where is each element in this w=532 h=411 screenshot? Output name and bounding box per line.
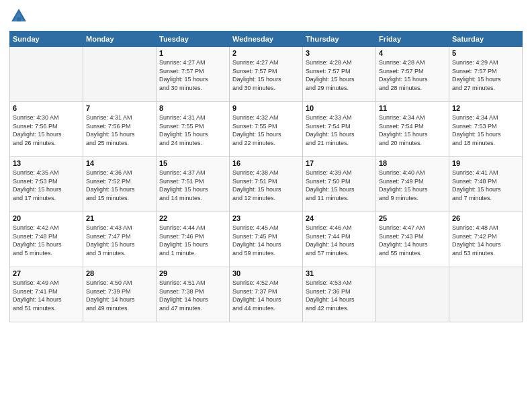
weekday-header-row: SundayMondayTuesdayWednesdayThursdayFrid… [10, 32, 523, 47]
calendar-table: SundayMondayTuesdayWednesdayThursdayFrid… [9, 31, 523, 322]
day-number: 25 [379, 214, 446, 222]
calendar-cell: 15Sunrise: 4:37 AM Sunset: 7:51 PM Dayli… [157, 157, 230, 212]
day-info: Sunrise: 4:38 AM Sunset: 7:51 PM Dayligh… [232, 169, 300, 202]
calendar-cell: 17Sunrise: 4:39 AM Sunset: 7:50 PM Dayli… [303, 157, 376, 212]
day-info: Sunrise: 4:43 AM Sunset: 7:47 PM Dayligh… [86, 224, 153, 257]
logo [9, 7, 31, 26]
calendar-cell: 25Sunrise: 4:47 AM Sunset: 7:43 PM Dayli… [376, 212, 449, 267]
calendar-cell: 2Sunrise: 4:27 AM Sunset: 7:57 PM Daylig… [230, 47, 303, 102]
day-info: Sunrise: 4:34 AM Sunset: 7:54 PM Dayligh… [379, 113, 446, 147]
day-number: 11 [379, 104, 446, 112]
day-number: 7 [86, 104, 153, 112]
day-number: 22 [159, 214, 226, 222]
logo-icon [9, 7, 28, 26]
calendar-cell: 6Sunrise: 4:30 AM Sunset: 7:56 PM Daylig… [10, 102, 83, 157]
day-number: 1 [159, 49, 226, 57]
day-number: 12 [452, 104, 519, 112]
day-info: Sunrise: 4:49 AM Sunset: 7:41 PM Dayligh… [13, 279, 80, 312]
calendar-cell: 11Sunrise: 4:34 AM Sunset: 7:54 PM Dayli… [376, 102, 449, 157]
day-info: Sunrise: 4:32 AM Sunset: 7:55 PM Dayligh… [232, 113, 300, 147]
day-number: 4 [379, 49, 446, 57]
day-info: Sunrise: 4:45 AM Sunset: 7:45 PM Dayligh… [232, 224, 300, 257]
day-number: 18 [379, 159, 446, 167]
calendar-cell [449, 267, 523, 322]
day-info: Sunrise: 4:44 AM Sunset: 7:46 PM Dayligh… [159, 224, 226, 257]
calendar-cell: 29Sunrise: 4:51 AM Sunset: 7:38 PM Dayli… [157, 267, 230, 322]
day-number: 16 [232, 159, 300, 167]
weekday-header-monday: Monday [83, 32, 157, 47]
day-info: Sunrise: 4:40 AM Sunset: 7:49 PM Dayligh… [379, 169, 446, 202]
calendar-cell: 21Sunrise: 4:43 AM Sunset: 7:47 PM Dayli… [83, 212, 157, 267]
calendar-cell [83, 47, 157, 102]
calendar-cell: 16Sunrise: 4:38 AM Sunset: 7:51 PM Dayli… [230, 157, 303, 212]
day-info: Sunrise: 4:52 AM Sunset: 7:37 PM Dayligh… [232, 279, 300, 312]
day-number: 26 [452, 214, 519, 222]
calendar-cell: 28Sunrise: 4:50 AM Sunset: 7:39 PM Dayli… [83, 267, 157, 322]
day-info: Sunrise: 4:39 AM Sunset: 7:50 PM Dayligh… [306, 169, 373, 202]
day-number: 29 [159, 269, 226, 277]
weekday-header-wednesday: Wednesday [230, 32, 303, 47]
day-info: Sunrise: 4:31 AM Sunset: 7:56 PM Dayligh… [86, 113, 153, 147]
weekday-header-tuesday: Tuesday [157, 32, 230, 47]
calendar-week-2: 6Sunrise: 4:30 AM Sunset: 7:56 PM Daylig… [10, 102, 523, 157]
day-info: Sunrise: 4:27 AM Sunset: 7:57 PM Dayligh… [159, 58, 226, 92]
day-number: 2 [232, 49, 300, 57]
calendar-cell: 9Sunrise: 4:32 AM Sunset: 7:55 PM Daylig… [230, 102, 303, 157]
day-info: Sunrise: 4:28 AM Sunset: 7:57 PM Dayligh… [379, 58, 446, 92]
day-info: Sunrise: 4:29 AM Sunset: 7:57 PM Dayligh… [452, 58, 519, 92]
calendar-week-4: 20Sunrise: 4:42 AM Sunset: 7:48 PM Dayli… [10, 212, 523, 267]
day-info: Sunrise: 4:27 AM Sunset: 7:57 PM Dayligh… [232, 58, 300, 92]
page: SundayMondayTuesdayWednesdayThursdayFrid… [0, 0, 532, 411]
calendar-week-3: 13Sunrise: 4:35 AM Sunset: 7:53 PM Dayli… [10, 157, 523, 212]
calendar-cell: 14Sunrise: 4:36 AM Sunset: 7:52 PM Dayli… [83, 157, 157, 212]
day-info: Sunrise: 4:36 AM Sunset: 7:52 PM Dayligh… [86, 169, 153, 202]
day-number: 17 [306, 159, 373, 167]
calendar-cell [10, 47, 83, 102]
day-number: 31 [306, 269, 373, 277]
day-info: Sunrise: 4:30 AM Sunset: 7:56 PM Dayligh… [13, 113, 80, 147]
day-number: 3 [306, 49, 373, 57]
day-number: 21 [86, 214, 153, 222]
calendar-cell: 20Sunrise: 4:42 AM Sunset: 7:48 PM Dayli… [10, 212, 83, 267]
day-info: Sunrise: 4:50 AM Sunset: 7:39 PM Dayligh… [86, 279, 153, 312]
weekday-header-thursday: Thursday [303, 32, 376, 47]
calendar-cell: 26Sunrise: 4:48 AM Sunset: 7:42 PM Dayli… [449, 212, 523, 267]
svg-rect-2 [17, 17, 21, 21]
day-number: 14 [86, 159, 153, 167]
day-info: Sunrise: 4:41 AM Sunset: 7:48 PM Dayligh… [452, 169, 519, 202]
day-number: 15 [159, 159, 226, 167]
day-info: Sunrise: 4:46 AM Sunset: 7:44 PM Dayligh… [306, 224, 373, 257]
day-info: Sunrise: 4:47 AM Sunset: 7:43 PM Dayligh… [379, 224, 446, 257]
day-info: Sunrise: 4:42 AM Sunset: 7:48 PM Dayligh… [13, 224, 80, 257]
day-info: Sunrise: 4:34 AM Sunset: 7:53 PM Dayligh… [452, 113, 519, 147]
day-number: 30 [232, 269, 300, 277]
day-number: 10 [306, 104, 373, 112]
header [9, 7, 523, 26]
calendar-cell: 27Sunrise: 4:49 AM Sunset: 7:41 PM Dayli… [10, 267, 83, 322]
calendar-cell: 1Sunrise: 4:27 AM Sunset: 7:57 PM Daylig… [157, 47, 230, 102]
day-number: 27 [13, 269, 80, 277]
calendar-cell: 24Sunrise: 4:46 AM Sunset: 7:44 PM Dayli… [303, 212, 376, 267]
day-info: Sunrise: 4:37 AM Sunset: 7:51 PM Dayligh… [159, 169, 226, 202]
day-info: Sunrise: 4:35 AM Sunset: 7:53 PM Dayligh… [13, 169, 80, 202]
day-number: 23 [232, 214, 300, 222]
calendar-cell: 3Sunrise: 4:28 AM Sunset: 7:57 PM Daylig… [303, 47, 376, 102]
calendar-cell: 18Sunrise: 4:40 AM Sunset: 7:49 PM Dayli… [376, 157, 449, 212]
calendar-cell: 19Sunrise: 4:41 AM Sunset: 7:48 PM Dayli… [449, 157, 523, 212]
calendar-cell: 31Sunrise: 4:53 AM Sunset: 7:36 PM Dayli… [303, 267, 376, 322]
day-number: 9 [232, 104, 300, 112]
calendar-cell: 22Sunrise: 4:44 AM Sunset: 7:46 PM Dayli… [157, 212, 230, 267]
day-info: Sunrise: 4:51 AM Sunset: 7:38 PM Dayligh… [159, 279, 226, 312]
calendar-cell [376, 267, 449, 322]
day-info: Sunrise: 4:48 AM Sunset: 7:42 PM Dayligh… [452, 224, 519, 257]
calendar-cell: 5Sunrise: 4:29 AM Sunset: 7:57 PM Daylig… [449, 47, 523, 102]
day-info: Sunrise: 4:33 AM Sunset: 7:54 PM Dayligh… [306, 113, 373, 147]
day-info: Sunrise: 4:53 AM Sunset: 7:36 PM Dayligh… [306, 279, 373, 312]
calendar-cell: 7Sunrise: 4:31 AM Sunset: 7:56 PM Daylig… [83, 102, 157, 157]
day-number: 8 [159, 104, 226, 112]
calendar-cell: 8Sunrise: 4:31 AM Sunset: 7:55 PM Daylig… [157, 102, 230, 157]
calendar-cell: 13Sunrise: 4:35 AM Sunset: 7:53 PM Dayli… [10, 157, 83, 212]
calendar-cell: 23Sunrise: 4:45 AM Sunset: 7:45 PM Dayli… [230, 212, 303, 267]
day-info: Sunrise: 4:28 AM Sunset: 7:57 PM Dayligh… [306, 58, 373, 92]
calendar-cell: 4Sunrise: 4:28 AM Sunset: 7:57 PM Daylig… [376, 47, 449, 102]
